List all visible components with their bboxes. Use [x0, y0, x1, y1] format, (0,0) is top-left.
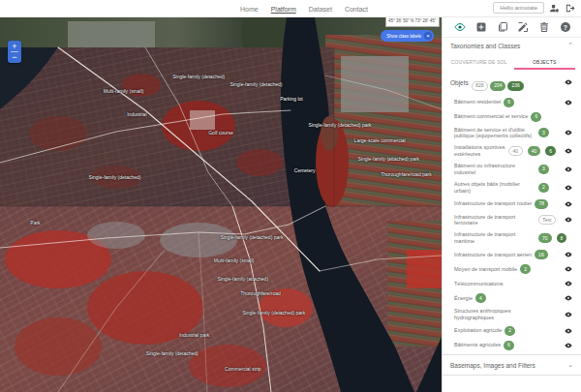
eye-icon[interactable] — [564, 98, 573, 107]
logout-icon[interactable] — [565, 3, 575, 14]
class-row[interactable]: Télécommunications — [443, 277, 581, 291]
copy-icon[interactable] — [497, 21, 508, 33]
class-list[interactable]: Bâtiment résidentiel6Bâtiment commercial… — [443, 94, 581, 354]
count-pill[interactable]: 2 — [505, 326, 515, 336]
visibility-icon[interactable] — [454, 21, 466, 33]
annotation-app: Multi-family (small)Single-family (detac… — [0, 0, 581, 392]
coordinates-input[interactable] — [385, 17, 440, 27]
class-row[interactable]: Bâtiments agricoles6 — [443, 338, 581, 352]
objects-summary-row: Objets 828204236 — [443, 70, 581, 94]
count-pill[interactable]: Test — [538, 215, 556, 225]
class-label: Bâtiment de service et d'utilité publiqu… — [454, 127, 535, 140]
eye-icon[interactable] — [564, 279, 573, 288]
class-label: Infrastructure de transport maritime — [454, 231, 535, 245]
add-annotation-icon[interactable] — [475, 21, 487, 33]
class-row[interactable]: Infrastructure de transport routier78 — [443, 196, 581, 211]
eye-icon[interactable] — [564, 264, 573, 274]
count-pill[interactable]: 4 — [475, 293, 486, 303]
eye-icon[interactable] — [564, 165, 573, 174]
class-label: Énergie — [454, 295, 473, 302]
class-label: Moyen de transport mobile — [454, 266, 517, 273]
eye-icon[interactable] — [564, 128, 573, 137]
class-row[interactable]: Infrastructure de transport aérien16 — [443, 248, 581, 262]
count-pill[interactable]: 828 — [472, 81, 488, 91]
count-pill[interactable]: 204 — [490, 81, 505, 91]
nav-link-platform[interactable]: Platform — [271, 6, 296, 13]
eye-icon[interactable] — [564, 250, 573, 259]
eye-icon[interactable] — [564, 199, 573, 209]
eye-icon[interactable] — [564, 326, 573, 336]
count-pill[interactable]: 78 — [535, 199, 548, 209]
eye-icon[interactable] — [564, 183, 573, 193]
count-pill[interactable]: 6 — [504, 341, 514, 350]
count-pill[interactable]: 3 — [538, 128, 549, 137]
nav-link-contact[interactable]: Contact — [345, 6, 368, 13]
show-class-labels-text: Show class labels — [386, 34, 421, 39]
nav-link-home[interactable]: Home — [240, 6, 259, 13]
user-area: Hello annotate — [493, 2, 575, 14]
count-pill[interactable]: 2 — [538, 183, 549, 193]
count-pill[interactable]: 2 — [520, 264, 531, 274]
class-row[interactable]: Bâtiment de service et d'utilité publiqu… — [443, 124, 581, 142]
count-pill[interactable]: 236 — [507, 81, 523, 91]
class-label: Bâtiment commercial et service — [454, 113, 528, 120]
class-row[interactable]: Installations sportives extérieures40406 — [443, 142, 581, 161]
count-pill[interactable]: 40 — [508, 146, 523, 156]
class-row[interactable]: Infrastructure de transport ferroviaireT… — [443, 211, 581, 229]
count-pill[interactable]: 70 — [538, 233, 552, 243]
taxonomies-panel-header[interactable]: Taxonomies and Classes ⌃ — [443, 37, 581, 53]
close-icon[interactable]: × — [424, 32, 432, 40]
eye-icon[interactable] — [564, 341, 573, 350]
class-label: Exploitation agricole — [454, 327, 502, 334]
count-pill[interactable]: 40 — [528, 146, 541, 156]
class-label: Installations sportives extérieures — [454, 144, 505, 158]
zoom-in-button[interactable]: + — [8, 42, 21, 51]
eye-icon[interactable] — [564, 77, 573, 87]
tab-objects[interactable]: OBJECTS — [514, 55, 576, 70]
eye-icon[interactable] — [564, 215, 573, 225]
tab-couverture-de-sol[interactable]: COUVERTURE DE SOL — [448, 55, 510, 70]
class-label: Autres objets bâtis (mobilier urbain) — [454, 181, 535, 195]
eye-icon[interactable] — [564, 146, 573, 156]
chevron-up-icon[interactable]: ⌃ — [567, 42, 573, 49]
count-pill[interactable]: 3 — [538, 165, 549, 174]
show-class-labels-button[interactable]: Show class labels × — [381, 30, 434, 42]
class-row[interactable]: Bâtiment ou infrastructure industriel3 — [443, 161, 581, 179]
class-label: Télécommunications — [454, 281, 503, 287]
count-pill[interactable]: 6 — [504, 98, 514, 107]
count-pill[interactable]: 6 — [545, 146, 556, 156]
nav-link-dataset[interactable]: Dataset — [309, 6, 332, 13]
basemaps-section-header[interactable]: Basemaps, Images and Filters ⌄ — [443, 354, 581, 375]
taxonomy-tabs: COUVERTURE DE SOLOBJECTS — [443, 53, 581, 70]
map-zoom-control: + − — [8, 41, 21, 63]
map-canvas[interactable]: Multi-family (small)Single-family (detac… — [0, 17, 442, 392]
svg-text:?: ? — [564, 24, 567, 31]
class-row[interactable]: Infrastructure de transport maritime708 — [443, 229, 581, 248]
eye-icon[interactable] — [564, 293, 573, 303]
class-row[interactable]: Autres objets bâtis (mobilier urbain)2 — [443, 178, 581, 196]
class-row[interactable]: Énergie4 — [443, 291, 581, 306]
objects-count-pills: 828204236 — [472, 74, 526, 91]
class-row[interactable]: Exploitation agricole2 — [443, 323, 581, 338]
class-row[interactable]: Bâtiment résidentiel6 — [443, 95, 581, 109]
annotation-toolbar: ? — [443, 17, 581, 37]
class-row[interactable]: Bâtiment commercial et service6 — [443, 109, 581, 124]
main-nav: HomePlatformDatasetContact — [240, 0, 368, 17]
count-pill[interactable]: 16 — [535, 250, 548, 259]
class-row[interactable]: Moyen de transport mobile2 — [443, 262, 581, 277]
help-icon[interactable]: ? — [560, 21, 571, 33]
basemaps-title: Basemaps, Images and Filters — [450, 362, 535, 369]
class-label: Structures anthropiques hydrographiques — [454, 308, 535, 321]
class-label: Bâtiment ou infrastructure industriel — [454, 163, 535, 176]
eye-icon[interactable] — [564, 310, 573, 319]
satellite-imagery — [0, 17, 442, 392]
zoom-out-button[interactable]: − — [8, 52, 21, 62]
delete-icon[interactable] — [538, 21, 550, 33]
chevron-down-icon[interactable]: ⌄ — [567, 361, 573, 369]
count-pill[interactable]: 8 — [557, 233, 567, 243]
class-row[interactable]: Structures anthropiques hydrographiques — [443, 306, 581, 324]
edit-icon[interactable] — [517, 21, 529, 33]
top-navbar: HomePlatformDatasetContact Hello annotat… — [0, 0, 581, 17]
count-pill[interactable]: 6 — [531, 112, 541, 122]
manage-account-icon[interactable] — [549, 3, 560, 14]
